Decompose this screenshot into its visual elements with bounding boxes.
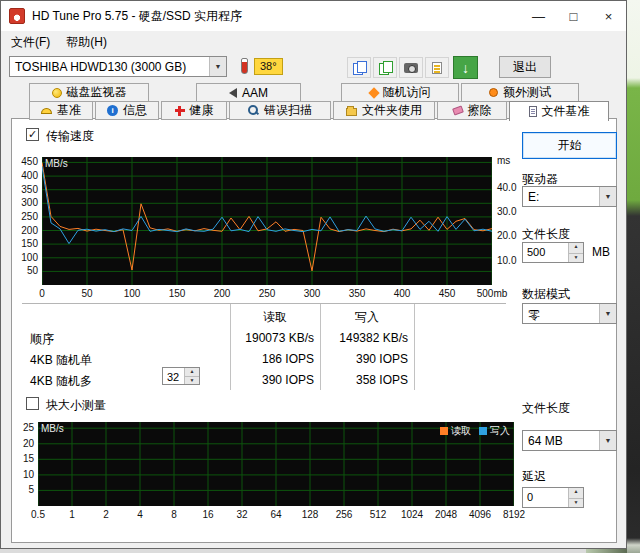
axis-tick-label: 4096 <box>463 509 497 520</box>
tab-label: 错误扫描 <box>264 102 312 119</box>
axis-tick-label: 8 <box>157 509 191 520</box>
queue-depth-stepper[interactable]: 32 ▲ ▼ <box>162 367 200 385</box>
axis-tick-label: 250 <box>21 211 38 222</box>
legend-label: 读取 <box>451 424 471 438</box>
block-size-checkbox[interactable] <box>26 397 39 410</box>
tab-label: 磁盘监视器 <box>67 84 127 101</box>
tab-erase[interactable]: 擦除 <box>437 101 507 120</box>
random-single-write-value: 390 IOPS <box>320 352 408 366</box>
axis-tick-label: 200 <box>200 288 244 299</box>
axis-tick-label: 500mb <box>470 288 514 299</box>
axis-tick-label: 400 <box>21 170 38 181</box>
drive-selector-value: TOSHIBA HDWD130 (3000 GB) <box>10 57 209 76</box>
tab-label: AAM <box>242 86 268 100</box>
text-document-icon <box>432 62 442 74</box>
tab-disk-monitor[interactable]: 磁盘监视器 <box>29 83 149 102</box>
lamp-icon <box>52 88 62 98</box>
axis-tick-label: 10.0 <box>497 255 516 266</box>
stepper-up-icon[interactable]: ▲ <box>568 243 583 253</box>
file-benchmark-panel: 传输速度 45040035030025020015010050 MB/s ms … <box>11 118 617 543</box>
tab-benchmark[interactable]: 基准 <box>29 101 93 120</box>
block-size-label: 块大小测量 <box>46 397 106 414</box>
axis-tick-label: 250 <box>245 288 289 299</box>
column-header-write: 写入 <box>320 309 414 326</box>
data-mode-select[interactable]: 零 ▼ <box>522 303 617 324</box>
queue-depth-value: 32 <box>167 371 179 383</box>
tab-label: 文件基准 <box>542 103 590 120</box>
axis-tick-label: 350 <box>335 288 379 299</box>
minimize-button[interactable]: — <box>521 1 556 31</box>
axis-tick-label: 4 <box>123 509 157 520</box>
copy-alt-icon <box>379 61 392 74</box>
tab-label: 健康 <box>190 102 214 119</box>
axis-tick-label: 100 <box>21 252 38 263</box>
save-results-button[interactable]: ↓ <box>453 56 478 79</box>
tab-folder-usage[interactable]: 文件夹使用 <box>333 101 435 120</box>
document-icon <box>529 106 537 117</box>
tab-extra-tests[interactable]: 额外测试 <box>461 83 579 102</box>
tab-health[interactable]: 健康 <box>161 101 227 120</box>
transfer-chart-canvas <box>42 157 492 285</box>
delay-label: 延迟 <box>522 468 546 485</box>
tab-aam[interactable]: AAM <box>196 83 301 102</box>
save-text-button[interactable] <box>425 57 449 78</box>
menu-file[interactable]: 文件(F) <box>3 31 58 54</box>
info-icon <box>107 105 118 116</box>
random-multi-read-value: 390 IOPS <box>226 373 314 387</box>
block-size-chart: MB/s 读取写入 <box>38 422 514 506</box>
copy-results-button[interactable] <box>347 57 371 78</box>
tab-info[interactable]: 信息 <box>95 101 159 120</box>
block-file-length-value: 64 MB <box>523 431 599 450</box>
transfer-speed-checkbox[interactable] <box>26 128 39 141</box>
drive-letter-select[interactable]: E: ▼ <box>522 186 617 207</box>
transfer-chart-y-axis: 45040035030025020015010050 <box>14 157 40 285</box>
stepper-up-icon[interactable]: ▲ <box>184 368 199 376</box>
copy-info-button[interactable] <box>373 57 397 78</box>
speaker-icon <box>229 88 237 98</box>
close-button[interactable]: × <box>591 1 626 31</box>
transfer-speed-chart: MB/s <box>42 157 492 285</box>
axis-tick-label: 300 <box>21 197 38 208</box>
drive-selector[interactable]: TOSHIBA HDWD130 (3000 GB) ▼ <box>9 56 227 77</box>
menu-help[interactable]: 帮助(H) <box>58 31 115 54</box>
axis-tick-label: 300 <box>290 288 334 299</box>
stepper-down-icon[interactable]: ▼ <box>568 498 583 508</box>
legend-swatch <box>479 427 487 435</box>
tab-error-scan[interactable]: 错误扫描 <box>229 101 331 120</box>
table-divider <box>414 304 415 390</box>
axis-tick-label: 2 <box>89 509 123 520</box>
axis-tick-label: 50 <box>65 288 109 299</box>
maximize-button[interactable]: □ <box>556 1 591 31</box>
stepper-down-icon[interactable]: ▼ <box>568 253 583 263</box>
axis-tick-label: 32 <box>225 509 259 520</box>
axis-tick-label: 1024 <box>395 509 429 520</box>
axis-tick-label: 128 <box>293 509 327 520</box>
axis-tick-label: 8192 <box>497 509 531 520</box>
start-button[interactable]: 开始 <box>522 132 617 159</box>
stepper-up-icon[interactable]: ▲ <box>568 488 583 498</box>
tab-random-access[interactable]: 随机访问 <box>341 83 459 102</box>
screen: HD Tune Pro 5.75 - 硬盘/SSD 实用程序 — □ × 文件(… <box>0 0 640 553</box>
toolbar: TOSHIBA HDWD130 (3000 GB) ▼ 38° ↓ 退出 <box>1 53 626 83</box>
random-multi-write-value: 358 IOPS <box>320 373 408 387</box>
random-access-icon <box>368 87 379 98</box>
chart-legend: 读取写入 <box>440 424 510 438</box>
stepper-down-icon[interactable]: ▼ <box>184 376 199 384</box>
chevron-down-icon: ▼ <box>599 304 616 323</box>
axis-tick-label: 0 <box>20 288 64 299</box>
delay-input[interactable]: 0 ▲ ▼ <box>522 487 584 508</box>
tab-file-benchmark[interactable]: 文件基准 <box>509 101 609 121</box>
health-cross-icon <box>175 106 185 116</box>
thermometer-icon <box>241 58 248 74</box>
tab-label: 擦除 <box>468 102 492 119</box>
block-file-length-select[interactable]: 64 MB ▼ <box>522 430 617 451</box>
menubar: 文件(F) 帮助(H) <box>1 31 626 53</box>
screenshot-button[interactable] <box>399 57 423 78</box>
exit-button[interactable]: 退出 <box>499 56 551 78</box>
file-length-input[interactable]: 500 ▲ ▼ <box>522 242 584 263</box>
axis-tick-label: 20.0 <box>497 230 516 241</box>
axis-tick-label: 16 <box>191 509 225 520</box>
axis-tick-label: 40.0 <box>497 182 516 193</box>
app-icon <box>9 8 25 24</box>
window-title: HD Tune Pro 5.75 - 硬盘/SSD 实用程序 <box>32 8 521 25</box>
